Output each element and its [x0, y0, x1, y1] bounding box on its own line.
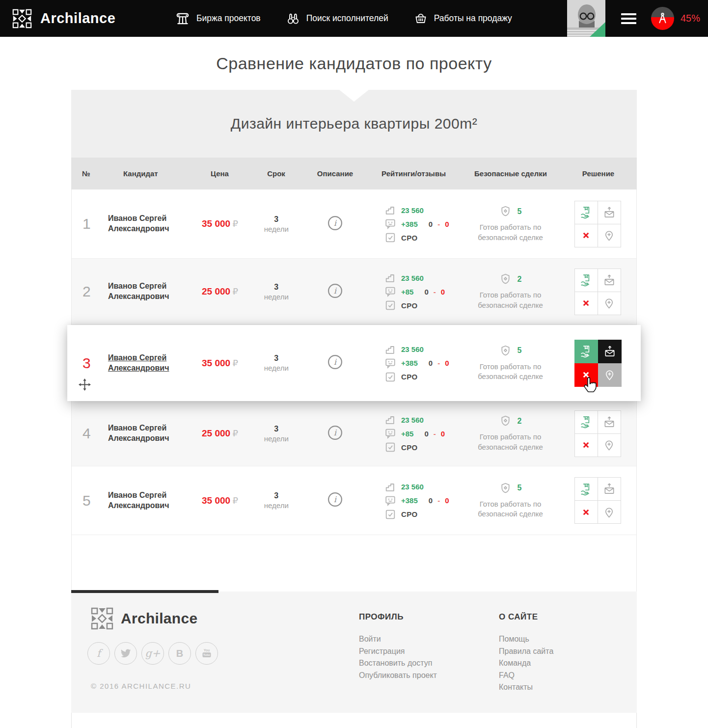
youtube-icon[interactable]: You Tube [195, 642, 218, 665]
candidate-name-link[interactable]: Иванов Сергей Александрович [106, 353, 181, 374]
info-icon[interactable] [327, 283, 343, 298]
location-add-icon [603, 229, 615, 242]
term-value: 3 [248, 354, 304, 363]
topbar-right: 45% [567, 0, 708, 37]
footer-brand-logo[interactable]: Archilance [91, 607, 197, 630]
safe-deals-text: Готов работать по безопасной сделке [468, 432, 552, 452]
hire-contract-button[interactable] [574, 201, 598, 224]
brand-logo[interactable]: Archilance [12, 9, 175, 28]
col-header-candidate: Кандидат [106, 169, 191, 178]
reviews-positive: +85 [401, 288, 413, 296]
footer-link-restore-access[interactable]: Востановить доступ [359, 657, 437, 670]
location-add-button[interactable] [598, 363, 622, 387]
hire-contract-button[interactable] [574, 410, 598, 434]
reject-button[interactable] [574, 363, 598, 387]
currency-sign: ₽ [233, 358, 238, 368]
reject-button[interactable] [574, 433, 598, 457]
google-plus-icon[interactable]: g+ [141, 642, 164, 665]
twitter-icon[interactable] [114, 642, 137, 665]
table-row: 4 Иванов Сергей Александрович 25 000 ₽ 3… [72, 401, 636, 466]
nav-item-works-for-sale[interactable]: Работы на продажу [414, 12, 512, 26]
send-message-button[interactable] [598, 269, 621, 292]
decision-buttons [574, 410, 622, 457]
candidate-name-link[interactable]: Иванов Сергей Александрович [106, 490, 181, 511]
currency-sign: ₽ [233, 429, 238, 438]
candidate-name-link[interactable]: Иванов Сергей Александрович [106, 281, 181, 302]
decision-buttons [574, 477, 622, 524]
drag-move-handle[interactable] [78, 378, 91, 393]
safe-deals-text: Готов работать по безопасной сделке [468, 362, 552, 382]
reviews-negative: 0 [445, 359, 449, 367]
footer-link-site-rules[interactable]: Правила сайта [499, 646, 553, 658]
page-title: Сравнение кандидатов по проекту [0, 37, 708, 90]
user-avatar[interactable] [567, 0, 605, 37]
hire-contract-button[interactable] [574, 269, 598, 292]
footer-link-register[interactable]: Регистрация [359, 646, 437, 658]
price-value: 35 000 [202, 495, 230, 506]
send-message-icon [603, 416, 616, 429]
send-message-icon [603, 483, 616, 495]
footer-link-help[interactable]: Помощь [499, 633, 553, 646]
nav-label: Биржа проектов [196, 13, 261, 24]
hire-contract-button[interactable] [574, 340, 598, 363]
shield-icon [499, 273, 512, 285]
row-number: 4 [72, 425, 106, 442]
reviews-separator: - [434, 430, 436, 438]
views-count: 23 560 [401, 345, 424, 353]
info-icon[interactable] [327, 216, 343, 231]
nav-label: Поиск исполнителей [306, 13, 388, 24]
vk-icon[interactable]: B [168, 642, 191, 665]
send-message-button[interactable] [598, 340, 622, 363]
term-value: 3 [248, 425, 304, 433]
location-add-button[interactable] [598, 224, 621, 247]
row-number: 2 [72, 283, 106, 300]
footer-link-team[interactable]: Команда [499, 657, 553, 670]
location-add-button[interactable] [598, 292, 621, 315]
col-header-description: Описание [304, 169, 366, 178]
candidate-name-link[interactable]: Иванов Сергей Александрович [106, 423, 181, 444]
checkbox-icon [384, 371, 396, 383]
term-unit: недели [248, 225, 304, 233]
hamburger-menu-icon[interactable] [621, 11, 636, 27]
candidate-name-link[interactable]: Иванов Сергей Александрович [106, 214, 181, 234]
price-value: 25 000 [202, 428, 230, 438]
basket-icon [414, 12, 428, 26]
info-icon[interactable] [327, 425, 343, 440]
profile-completion-gauge[interactable]: 45% [651, 7, 708, 30]
location-add-button[interactable] [598, 500, 621, 524]
views-chart-icon [384, 204, 396, 216]
reviews-bubble-icon [384, 286, 396, 297]
reviews-neutral: 0 [429, 496, 433, 505]
nav-item-find-performers[interactable]: Поиск исполнителей [286, 12, 388, 26]
reject-icon [581, 508, 591, 517]
reviews-separator: - [437, 220, 440, 228]
gauge-circle [651, 7, 674, 30]
info-icon[interactable] [327, 354, 343, 370]
info-icon[interactable] [327, 492, 343, 507]
reviews-positive: +385 [401, 496, 418, 505]
send-message-button[interactable] [598, 410, 621, 434]
safe-deals-count: 2 [517, 417, 522, 426]
reject-button[interactable] [574, 292, 598, 315]
send-message-button[interactable] [598, 477, 621, 501]
footer-column-about: О САЙТЕ Помощь Правила сайта Команда FAQ… [499, 612, 553, 694]
facebook-icon[interactable]: f [87, 642, 110, 665]
send-message-button[interactable] [598, 201, 621, 224]
reject-button[interactable] [574, 224, 598, 247]
checkbox-icon [384, 299, 396, 311]
footer-link-login[interactable]: Войти [359, 633, 437, 646]
footer-link-publish-project[interactable]: Опубликовать проект [359, 670, 437, 682]
row-number: 3 [72, 355, 106, 372]
hire-contract-button[interactable] [574, 477, 598, 501]
nav-item-projects-exchange[interactable]: Биржа проектов [175, 11, 261, 26]
shield-icon [499, 345, 512, 357]
footer-link-faq[interactable]: FAQ [499, 670, 553, 682]
reject-icon [581, 440, 591, 450]
checkbox-icon [384, 441, 396, 453]
reviews-bubble-icon [384, 357, 396, 369]
footer-link-contacts[interactable]: Контакты [499, 681, 553, 694]
reject-button[interactable] [574, 500, 598, 524]
col-header-term: Срок [248, 169, 304, 178]
location-add-button[interactable] [598, 433, 621, 457]
views-count: 23 560 [401, 483, 424, 491]
